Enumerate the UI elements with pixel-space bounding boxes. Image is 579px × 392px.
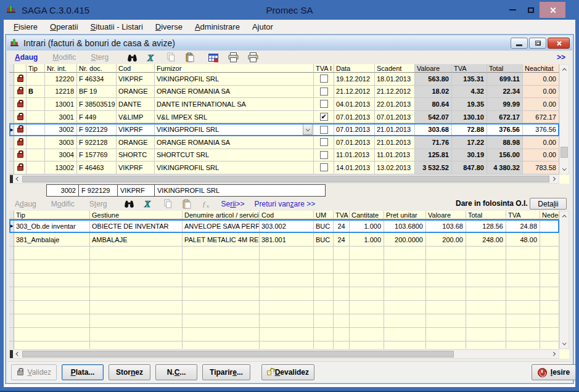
column-header-tip[interactable]: Tip	[14, 211, 90, 219]
scroll-left-button[interactable]	[13, 350, 22, 358]
nc-button[interactable]: N.C...	[155, 364, 197, 380]
scrollbar-track[interactable]	[22, 175, 549, 183]
menu-operatii[interactable]: Operatii	[44, 21, 84, 33]
tva-checkbox[interactable]	[320, 126, 328, 134]
table-row[interactable]: B12218BF 19ORANGEORANGE ROMANIA SA21.12.…	[9, 86, 559, 99]
column-header-lock[interactable]	[14, 64, 27, 73]
intrari-minimize-button[interactable]	[511, 38, 528, 49]
column-header-tip[interactable]: Tip	[27, 64, 45, 73]
table-row[interactable]: 381_AmbalajeAMBALAJEPALET METALIC 4M RET…	[9, 233, 559, 247]
table-row[interactable]: 13002F 46463VIKPRFVIKINGPROFIL SRL14.01.…	[9, 161, 559, 174]
serii-link[interactable]: Serii>>	[221, 200, 244, 208]
delete-invoice-link[interactable]: Sterg	[91, 53, 109, 62]
copy-icon[interactable]	[163, 199, 173, 209]
tva-checkbox[interactable]	[320, 138, 328, 146]
scroll-left-button[interactable]	[13, 175, 22, 183]
column-header-cantitate[interactable]: Cantitate	[350, 211, 384, 219]
search-binoculars-icon[interactable]	[124, 199, 134, 208]
minimize-button[interactable]	[504, 2, 522, 18]
menu-ajutor[interactable]: Ajutor	[246, 21, 279, 33]
search-binoculars-icon[interactable]	[127, 53, 138, 62]
scroll-down-button[interactable]	[560, 165, 569, 174]
table-row[interactable]: 12220F 46334VIKPRFVIKINGPROFIL SRL19.12.…	[9, 73, 559, 86]
more-options-link[interactable]: >>	[557, 53, 565, 62]
maximize-button[interactable]	[522, 2, 540, 18]
table-row[interactable]: 3003F 922128ORANGEORANGE ROMANIA SA07.01…	[9, 136, 559, 149]
column-header-total[interactable]: Total	[466, 211, 506, 219]
print-icon[interactable]	[228, 52, 239, 62]
column-header-neachitat[interactable]: Neachitat	[523, 64, 559, 73]
paste-icon[interactable]	[182, 199, 192, 209]
menu-administrare[interactable]: Administrare	[189, 21, 246, 33]
scroll-right-button[interactable]	[549, 350, 559, 358]
column-header-valoare[interactable]: Valoare	[415, 64, 452, 73]
scrollbar-thumb[interactable]	[22, 176, 549, 182]
scroll-right-button[interactable]	[549, 175, 559, 183]
preturi-vanzare-link[interactable]: Preturi vanzare >>	[255, 200, 316, 208]
record-nr-doc[interactable]: F 922129	[78, 185, 117, 196]
column-header-tva[interactable]: TVA	[334, 211, 350, 219]
plata-button[interactable]: Plata...	[62, 364, 104, 380]
column-header-furnizor[interactable]: Furnizor	[155, 64, 314, 73]
devalidez-button[interactable]: Devalidez	[261, 364, 314, 380]
excel-export-icon[interactable]: X	[147, 53, 157, 62]
record-nr-int[interactable]: 3002	[47, 185, 78, 196]
table-row[interactable]: ▶3002F 922129VIKPRFVIKINGPROFIL SRL07.01…	[9, 123, 559, 136]
tva-checkbox[interactable]: ✔	[320, 113, 328, 121]
close-button[interactable]	[540, 2, 565, 18]
column-header-marker[interactable]	[9, 211, 14, 219]
tva-checkbox[interactable]	[320, 163, 328, 171]
column-header-pret_unitar[interactable]: Pret unitar	[384, 211, 426, 219]
detalii-button[interactable]: Detalii	[530, 198, 567, 210]
column-header-nr_doc[interactable]: Nr. doc.	[77, 64, 117, 73]
table-row[interactable]: 3001F 449V&LIMPV&L IMPEX SRL✔07.01.20130…	[9, 111, 559, 124]
modify-line-link[interactable]: Modific	[51, 200, 75, 208]
stornez-button[interactable]: Stornez	[109, 364, 150, 380]
column-header-gestiune[interactable]: Gestiune	[90, 211, 183, 219]
add-invoice-link[interactable]: Adaug	[15, 53, 38, 62]
lines-vertical-scrollbar[interactable]	[559, 211, 569, 349]
tiparire-button[interactable]: Tiparire...	[202, 364, 250, 380]
scrollbar-thumb[interactable]	[561, 147, 568, 158]
supplier-dropdown-button[interactable]	[303, 124, 313, 135]
iesire-button[interactable]: Iesire	[532, 364, 576, 380]
scroll-up-button[interactable]	[560, 211, 569, 221]
scrollbar-track[interactable]	[560, 221, 569, 339]
intrari-close-button[interactable]	[548, 38, 570, 49]
print-alt-icon[interactable]	[248, 52, 258, 62]
menu-fisiere[interactable]: Fisiere	[7, 21, 44, 33]
menu-diverse[interactable]: Diverse	[149, 21, 189, 33]
excel-export-icon[interactable]: X	[144, 199, 154, 208]
modify-invoice-link[interactable]: Modific	[52, 53, 76, 62]
scroll-down-button[interactable]	[560, 339, 569, 348]
column-header-denumire[interactable]: Denumire articol / serviciu	[183, 211, 260, 219]
column-header-um[interactable]: UM	[314, 211, 334, 219]
column-header-tva2[interactable]: TVA	[506, 211, 540, 219]
column-header-marker[interactable]	[9, 64, 14, 73]
column-header-cod[interactable]: Cod	[117, 64, 155, 73]
invoices-vertical-scrollbar[interactable]	[559, 64, 569, 174]
record-cod[interactable]: VIKPRF	[117, 185, 154, 196]
column-header-total[interactable]: Total	[487, 64, 523, 73]
copy-icon[interactable]	[166, 52, 176, 62]
column-header-data[interactable]: Data	[334, 64, 375, 73]
column-header-nr_int[interactable]: Nr. int.	[45, 64, 77, 73]
delete-line-link[interactable]: Sterg	[89, 200, 107, 208]
record-furnizor[interactable]: VIKINGPROFIL SRL	[154, 185, 325, 196]
add-line-link[interactable]: Adaug	[15, 200, 36, 208]
scrollbar-thumb[interactable]	[22, 351, 454, 357]
paste-icon[interactable]	[185, 52, 195, 62]
scrollbar-track[interactable]	[22, 350, 549, 358]
table-row[interactable]: 3004F 157769SHORTCSHORTCUT SRL11.01.2013…	[9, 149, 559, 162]
column-header-scadent[interactable]: Scadent	[375, 64, 415, 73]
validez-button[interactable]: Validez	[11, 364, 57, 380]
tva-checkbox[interactable]	[320, 75, 328, 83]
intrari-restore-button[interactable]	[529, 38, 546, 49]
scrollbar-track[interactable]	[560, 74, 569, 165]
invoices-horizontal-scrollbar[interactable]	[9, 174, 559, 184]
table-row[interactable]: 13001F 38503519DANTEDANTE INTERNATIONAL …	[9, 98, 559, 111]
column-header-neded[interactable]: Neded	[540, 211, 559, 219]
tva-checkbox[interactable]	[320, 88, 328, 96]
column-header-tva_check[interactable]: TVA I	[314, 64, 334, 73]
column-header-valoare[interactable]: Valoare	[426, 211, 466, 219]
